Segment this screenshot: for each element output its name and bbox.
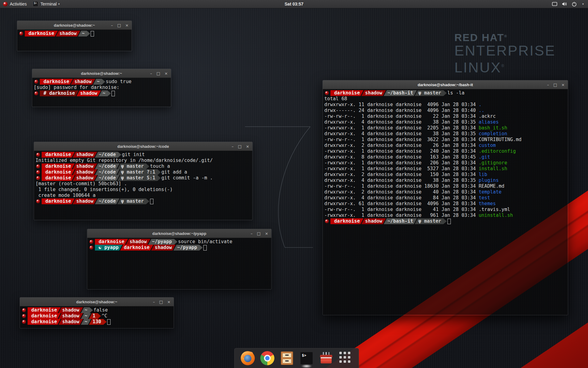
activities-button[interactable]: Activities xyxy=(0,0,30,8)
prompt-segment-git: ψ master xyxy=(415,218,447,224)
terminal-content[interactable]: darknoiseshadow~/codegit initInitialized… xyxy=(34,151,252,220)
prompt-segment-user: darknoise xyxy=(330,218,364,224)
app-menu-label: Terminal xyxy=(40,2,57,6)
window-maximize-button[interactable]: □ xyxy=(117,23,121,27)
window-minimize-button[interactable]: – xyxy=(153,300,155,304)
terminal-prompt-line: darknoiseshadow~/pyappsource bin/activat… xyxy=(89,239,270,245)
window-minimize-button[interactable]: – xyxy=(111,23,113,27)
prompt-segment-host: shadow xyxy=(58,307,83,313)
terminal-prompt-line: darknoiseshadow~/codegit init xyxy=(36,152,251,158)
window-maximize-button[interactable]: □ xyxy=(257,232,261,236)
prompt-segment-host: shadow xyxy=(73,175,97,181)
window-minimize-button[interactable]: – xyxy=(251,232,253,236)
window-maximize-button[interactable]: □ xyxy=(159,300,163,304)
gnome-top-bar: Activities $> Terminal ▾ Sat 03:57 ▾ xyxy=(0,0,588,8)
files-dock-icon[interactable] xyxy=(280,351,294,365)
chrome-dock-icon[interactable] xyxy=(260,351,274,365)
clock-label[interactable]: Sat 03:57 xyxy=(285,2,303,6)
terminal-ls-line: -rwxrwxr-x. 1 darknoise darknoise 2205 J… xyxy=(324,125,566,131)
window-maximize-button[interactable]: □ xyxy=(156,71,160,75)
ls-prefix: drwxrwxr-x. 4 darknoise darknoise 38 Jan… xyxy=(324,178,479,183)
command-text: ^C xyxy=(102,313,107,319)
window-close-button[interactable]: × xyxy=(125,23,129,27)
prompt-segment-user: shadow xyxy=(77,90,101,96)
ls-filename: .travis.yml xyxy=(479,207,510,212)
prompt-segment-git: ψ master xyxy=(117,198,149,204)
window-maximize-button[interactable]: □ xyxy=(238,144,242,148)
window-titlebar[interactable]: darknoise@shadow:~–□× xyxy=(20,297,174,306)
redhat-prompt-icon xyxy=(325,91,329,95)
ls-prefix: -rwxrwxr-x. 1 darknoise darknoise 5327 J… xyxy=(324,166,479,171)
prompt-segment-host: shadow xyxy=(73,163,97,169)
ls-prefix: -rw-rw-r--. 1 darknoise darknoise 22 Jan… xyxy=(324,113,479,119)
terminal-ls-line: drwxrwxr-x. 2 darknoise darknoise 26 Jan… xyxy=(324,143,566,148)
terminal-prompt-line: darknoiseshadow~/bash-itψ master xyxy=(324,218,566,224)
prompt-segment-git: ψ master ?:1 xyxy=(117,169,161,175)
window-title: darknoise@shadow:~ xyxy=(81,71,122,76)
terminal-content[interactable]: darknoiseshadow~/bash-itψ masterls -lato… xyxy=(323,89,568,315)
ls-prefix: drwxrwxr-x. 4 darknoise darknoise 38 Jan… xyxy=(324,131,479,136)
terminal-content[interactable]: darknoiseshadow~falsedarknoiseshadow~1^C… xyxy=(20,306,174,328)
window-close-button[interactable]: × xyxy=(561,83,565,87)
terminal-dock-icon[interactable]: $> xyxy=(300,351,314,365)
ls-prefix: drwxrwxr-x. 8 darknoise darknoise 163 Ja… xyxy=(324,154,479,160)
redhat-prompt-icon xyxy=(36,164,40,168)
redhat-prompt-icon xyxy=(19,32,23,36)
terminal-cursor xyxy=(150,199,153,204)
window-titlebar[interactable]: darknoise@shadow:~/bash-it–□× xyxy=(323,80,568,89)
prompt-segment-git: ψ master S:1 xyxy=(117,175,161,181)
window-close-button[interactable]: × xyxy=(167,300,171,304)
window-minimize-button[interactable]: – xyxy=(547,83,549,87)
terminal-prompt-line: darknoiseshadow~130 xyxy=(21,319,172,325)
terminal-content[interactable]: darknoiseshadow~/pyappsource bin/activat… xyxy=(87,238,271,289)
ls-prefix: -rw-rw-r--. 1 darknoise darknoise 41 Jan… xyxy=(324,207,479,212)
command-text: git add a xyxy=(161,169,187,175)
ls-prefix: -rwxrwxr-x. 1 darknoise darknoise 206 Ja… xyxy=(324,160,479,166)
prompt-segment-host: shadow xyxy=(126,239,150,245)
terminal-output-line: total 68 xyxy=(324,96,566,102)
window-close-button[interactable]: × xyxy=(164,71,168,75)
system-menu-button[interactable]: ▾ xyxy=(549,0,586,8)
prompt-segment-host: shadow xyxy=(73,152,97,158)
toolbox-dock-icon[interactable] xyxy=(319,351,333,365)
redhat-prompt-icon xyxy=(325,219,329,223)
ls-filename: .. xyxy=(479,108,484,113)
prompt-segment-user: darknoise xyxy=(25,31,58,36)
firefox-dock-icon[interactable] xyxy=(241,351,255,365)
prompt-segment-path: ~/code xyxy=(95,163,119,169)
window-minimize-button[interactable]: – xyxy=(150,71,152,75)
terminal-ls-line: drwxrwxr-x. 4 darknoise darknoise 38 Jan… xyxy=(324,131,566,137)
window-titlebar[interactable]: darknoise@shadow:~/code–□× xyxy=(34,142,252,151)
prompt-segment-exit: 130 xyxy=(89,319,107,325)
terminal-cursor xyxy=(91,31,94,36)
terminal-output-line: [master (root-commit) 50bcb63] . xyxy=(36,181,251,187)
prompt-segment-path: ~ xyxy=(99,90,111,96)
redhat-prompt-icon xyxy=(22,320,26,324)
command-text: source bin/activate xyxy=(178,239,232,245)
redhat-prompt-icon xyxy=(36,153,40,157)
ls-prefix: drwx------. 24 darknoise darknoise 4096 … xyxy=(324,108,479,113)
window-titlebar[interactable]: darknoise@shadow:~/pyapp–□× xyxy=(87,229,271,238)
ls-filename: install.sh xyxy=(479,166,507,171)
window-close-button[interactable]: × xyxy=(265,232,268,236)
ls-prefix: drwxrwxr-x. 2 darknoise darknoise 150 Ja… xyxy=(324,172,479,177)
command-text: touch a xyxy=(150,163,170,169)
ls-prefix: -rwxrwxr-x. 1 darknoise darknoise 2205 J… xyxy=(324,125,479,131)
terminal-content[interactable]: darknoiseshadow~ xyxy=(17,30,132,51)
app-menu-terminal[interactable]: $> Terminal ▾ xyxy=(30,0,62,8)
window-close-button[interactable]: × xyxy=(246,144,249,148)
terminal-content[interactable]: darknoiseshadow~sudo true[sudo] password… xyxy=(32,78,171,107)
terminal-ls-line: -rwxrwxr-x. 1 darknoise darknoise 240 Ja… xyxy=(324,148,566,154)
window-buttons: –□× xyxy=(150,69,168,78)
app-grid-dock-icon[interactable] xyxy=(339,351,353,365)
files-icon xyxy=(281,351,293,365)
window-titlebar[interactable]: darknoise@shadow:~–□× xyxy=(17,21,132,30)
prompt-segment-path: ~ xyxy=(81,307,93,313)
window-minimize-button[interactable]: – xyxy=(232,144,234,148)
terminal-prompt-line: darknoiseshadow~/codeψ master ?:1git add… xyxy=(36,169,251,175)
windows-layer: darknoise@shadow:~–□×darknoiseshadow~dar… xyxy=(0,0,588,368)
prompt-segment-host: shadow xyxy=(361,90,386,96)
window-maximize-button[interactable]: □ xyxy=(553,83,557,87)
window-titlebar[interactable]: darknoise@shadow:~–□× xyxy=(32,69,171,78)
ls-filename: .ackrc xyxy=(479,113,496,119)
